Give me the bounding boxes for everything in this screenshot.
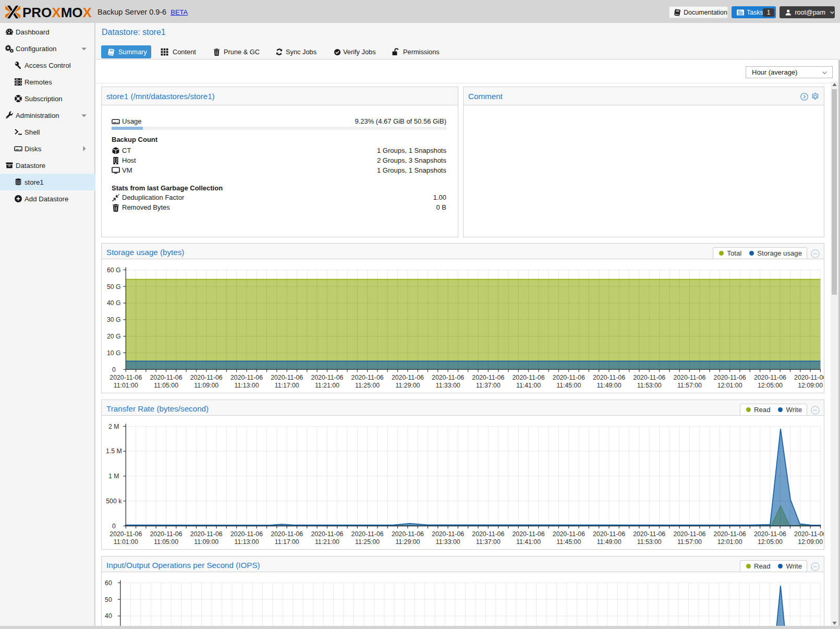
svg-text:2020-11-06: 2020-11-06 [794, 530, 824, 538]
svg-text:2020-11-06: 2020-11-06 [513, 530, 545, 538]
svg-text:2020-11-06: 2020-11-06 [311, 374, 343, 381]
svg-text:30 G: 30 G [107, 316, 121, 323]
svg-text:2020-11-06: 2020-11-06 [150, 374, 182, 381]
svg-text:12:09:00: 12:09:00 [798, 538, 823, 546]
svg-text:50: 50 [105, 596, 112, 603]
svg-text:2020-11-06: 2020-11-06 [633, 530, 665, 538]
svg-text:2020-11-06: 2020-11-06 [230, 374, 263, 381]
svg-text:2020-11-06: 2020-11-06 [351, 530, 384, 538]
svg-text:2020-11-06: 2020-11-06 [754, 530, 786, 538]
svg-text:2020-11-06: 2020-11-06 [714, 530, 746, 538]
svg-text:2020-11-06: 2020-11-06 [190, 530, 223, 538]
svg-text:11:49:00: 11:49:00 [597, 382, 622, 389]
svg-text:2020-11-06: 2020-11-06 [673, 530, 705, 538]
svg-text:11:13:00: 11:13:00 [235, 382, 259, 389]
svg-text:1.5 M: 1.5 M [106, 447, 122, 455]
svg-text:11:57:00: 11:57:00 [677, 382, 702, 389]
svg-text:2020-11-06: 2020-11-06 [432, 530, 464, 538]
svg-text:11:05:00: 11:05:00 [154, 382, 178, 389]
svg-text:2020-11-06: 2020-11-06 [794, 374, 824, 381]
svg-text:2020-11-06: 2020-11-06 [392, 374, 424, 381]
svg-text:2020-11-06: 2020-11-06 [513, 374, 545, 381]
svg-text:11:25:00: 11:25:00 [355, 382, 380, 389]
svg-text:11:09:00: 11:09:00 [194, 382, 218, 389]
svg-text:12:01:00: 12:01:00 [717, 538, 742, 546]
svg-text:12:05:00: 12:05:00 [758, 538, 783, 546]
svg-text:11:53:00: 11:53:00 [637, 382, 662, 389]
svg-text:40 G: 40 G [107, 299, 121, 307]
svg-text:11:41:00: 11:41:00 [516, 538, 541, 546]
svg-text:2020-11-06: 2020-11-06 [754, 374, 786, 381]
svg-text:11:21:00: 11:21:00 [315, 538, 339, 546]
svg-text:2020-11-06: 2020-11-06 [190, 374, 223, 381]
svg-text:11:21:00: 11:21:00 [315, 382, 339, 389]
svg-text:11:17:00: 11:17:00 [275, 538, 299, 546]
svg-text:2020-11-06: 2020-11-06 [593, 374, 625, 381]
svg-text:11:05:00: 11:05:00 [154, 538, 178, 546]
svg-text:2 M: 2 M [108, 423, 119, 430]
svg-text:2020-11-06: 2020-11-06 [311, 530, 343, 538]
svg-text:500 k: 500 k [106, 498, 122, 505]
svg-text:11:45:00: 11:45:00 [556, 538, 581, 546]
svg-text:2020-11-06: 2020-11-06 [109, 374, 142, 381]
svg-text:11:33:00: 11:33:00 [436, 538, 460, 546]
svg-text:11:25:00: 11:25:00 [355, 538, 380, 546]
svg-text:11:01:00: 11:01:00 [114, 382, 138, 389]
svg-text:12:05:00: 12:05:00 [758, 382, 783, 389]
svg-text:2020-11-06: 2020-11-06 [150, 530, 182, 538]
svg-text:60: 60 [105, 579, 112, 587]
svg-text:2020-11-06: 2020-11-06 [472, 374, 504, 381]
svg-text:0: 0 [112, 523, 116, 530]
svg-text:11:37:00: 11:37:00 [476, 538, 501, 546]
svg-text:12:09:00: 12:09:00 [798, 382, 823, 389]
svg-text:11:33:00: 11:33:00 [436, 382, 460, 389]
svg-text:11:01:00: 11:01:00 [114, 538, 138, 546]
svg-text:11:45:00: 11:45:00 [556, 382, 581, 389]
svg-text:20 G: 20 G [107, 333, 121, 340]
svg-text:60 G: 60 G [107, 267, 121, 274]
svg-text:2020-11-06: 2020-11-06 [271, 530, 303, 538]
svg-text:2020-11-06: 2020-11-06 [392, 530, 424, 538]
svg-text:11:53:00: 11:53:00 [637, 538, 662, 546]
svg-text:11:09:00: 11:09:00 [194, 538, 218, 546]
svg-text:2020-11-06: 2020-11-06 [230, 530, 263, 538]
svg-text:11:13:00: 11:13:00 [235, 538, 259, 546]
svg-text:40: 40 [105, 612, 112, 620]
svg-text:11:57:00: 11:57:00 [677, 538, 702, 546]
svg-text:11:29:00: 11:29:00 [395, 538, 420, 546]
svg-text:11:17:00: 11:17:00 [275, 382, 299, 389]
svg-text:2020-11-06: 2020-11-06 [432, 374, 464, 381]
svg-text:2020-11-06: 2020-11-06 [633, 374, 665, 381]
svg-text:2020-11-06: 2020-11-06 [553, 374, 585, 381]
svg-text:2020-11-06: 2020-11-06 [553, 530, 585, 538]
svg-text:2020-11-06: 2020-11-06 [109, 530, 142, 538]
svg-text:2020-11-06: 2020-11-06 [714, 374, 746, 381]
svg-text:12:01:00: 12:01:00 [717, 382, 742, 389]
svg-text:2020-11-06: 2020-11-06 [472, 530, 504, 538]
svg-text:2020-11-06: 2020-11-06 [351, 374, 384, 381]
svg-text:2020-11-06: 2020-11-06 [673, 374, 705, 381]
svg-text:11:29:00: 11:29:00 [395, 382, 420, 389]
svg-text:11:41:00: 11:41:00 [516, 382, 541, 389]
svg-text:11:49:00: 11:49:00 [597, 538, 622, 546]
svg-text:10 G: 10 G [107, 349, 121, 357]
svg-text:0: 0 [112, 366, 116, 373]
svg-text:50 G: 50 G [107, 283, 121, 291]
svg-text:1 M: 1 M [108, 473, 119, 480]
svg-text:2020-11-06: 2020-11-06 [271, 374, 303, 381]
svg-text:2020-11-06: 2020-11-06 [593, 530, 625, 538]
svg-text:11:37:00: 11:37:00 [476, 382, 501, 389]
